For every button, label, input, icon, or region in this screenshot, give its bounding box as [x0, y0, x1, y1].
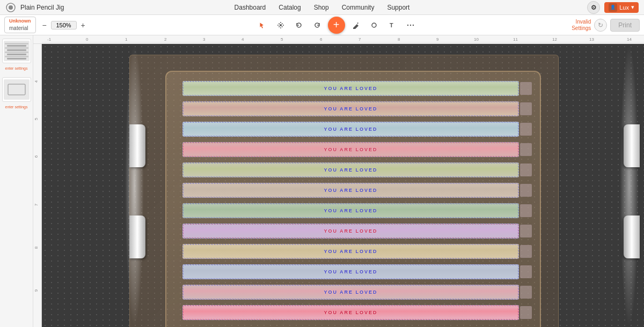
toolbar: Unknown material − 150% + + T: [0, 15, 644, 35]
svg-point-7: [412, 24, 413, 25]
pencil-body-8: YOU ARE LOVED: [182, 224, 519, 239]
zoom-out-button[interactable]: −: [39, 20, 50, 31]
pencil-eraser-11: [520, 286, 532, 299]
pencil-row-12: YOU ARE LOVED: [182, 303, 532, 322]
user-badge[interactable]: 👤 Lux ▾: [604, 2, 639, 13]
pencil-row-5: YOU ARE LOVED: [182, 161, 532, 179]
print-button[interactable]: Print: [610, 19, 640, 32]
svg-point-2: [280, 24, 282, 26]
left-panel: enter settings enter settings: [0, 35, 33, 327]
pencil-eraser-9: [520, 245, 532, 258]
user-avatar: 👤: [609, 3, 617, 12]
invalid-settings-label: Invalid Settings: [572, 19, 591, 32]
invalid-line2: Settings: [572, 25, 591, 32]
magic-tool-button[interactable]: [348, 18, 363, 33]
pencil-eraser-10: [520, 265, 532, 278]
svg-text:9: 9: [34, 289, 39, 292]
svg-text:6: 6: [320, 37, 323, 42]
svg-text:8: 8: [34, 246, 39, 249]
ruler-left: 4 5 6 7 8 9: [33, 44, 42, 327]
topbar-right: ⚙ 👤 Lux ▾: [587, 1, 639, 14]
pencil-row-7: YOU ARE LOVED: [182, 202, 532, 220]
pencil-row-3: YOU ARE LOVED: [182, 120, 532, 138]
settings-icon-button[interactable]: ⚙: [587, 1, 600, 14]
svg-text:6: 6: [34, 155, 39, 158]
pencil-row-6: YOU ARE LOVED: [182, 181, 532, 199]
left-bracket-2: [129, 215, 145, 258]
pencil-eraser-8: [520, 225, 532, 237]
add-element-button[interactable]: +: [328, 17, 345, 34]
zoom-in-button[interactable]: +: [78, 20, 89, 31]
svg-text:7: 7: [358, 37, 361, 42]
pencil-label-9: YOU ARE LOVED: [324, 249, 377, 254]
pencil-body-12: YOU ARE LOVED: [182, 305, 519, 320]
pencil-eraser-7: [520, 204, 532, 217]
text-tool-button[interactable]: T: [385, 18, 400, 33]
svg-text:9: 9: [436, 37, 439, 42]
pencil-body-3: YOU ARE LOVED: [182, 122, 519, 137]
pencil-body-10: YOU ARE LOVED: [182, 264, 519, 279]
svg-point-6: [409, 24, 411, 25]
left-bracket: [129, 124, 145, 167]
pencil-label-12: YOU ARE LOVED: [324, 310, 377, 315]
panel-enter-settings-1[interactable]: enter settings: [5, 66, 27, 71]
pencil-label-7: YOU ARE LOVED: [324, 208, 377, 213]
pencil-body-7: YOU ARE LOVED: [182, 203, 519, 218]
pencil-row-9: YOU ARE LOVED: [182, 242, 532, 261]
canvas[interactable]: YOU ARE LOVED YOU ARE LOVED: [42, 44, 644, 327]
pencil-jig-container: YOU ARE LOVED YOU ARE LOVED: [165, 71, 541, 327]
pencil-body-2: YOU ARE LOVED: [182, 101, 519, 116]
panel-thumb-2: [4, 79, 30, 100]
pencil-label-11: YOU ARE LOVED: [324, 289, 377, 295]
refresh-button[interactable]: ↻: [594, 19, 607, 32]
pencil-eraser-4: [520, 143, 532, 156]
svg-text:7: 7: [34, 203, 39, 206]
pencil-row-8: YOU ARE LOVED: [182, 222, 532, 240]
pencil-body-9: YOU ARE LOVED: [182, 244, 519, 259]
user-dropdown-icon: ▾: [631, 4, 634, 11]
pencil-eraser-5: [520, 164, 532, 176]
svg-text:11: 11: [513, 37, 518, 42]
nav-dashboard[interactable]: Dashboard: [235, 4, 266, 11]
svg-text:3: 3: [203, 37, 206, 42]
pencil-eraser-6: [520, 184, 532, 197]
panel-item-2[interactable]: [2, 77, 31, 102]
toolbar-left: Unknown material − 150% +: [4, 17, 101, 33]
pencil-label-1: YOU ARE LOVED: [324, 86, 377, 91]
pencil-label-3: YOU ARE LOVED: [324, 127, 377, 132]
nav-links: Dashboard Catalog Shop Community Support: [235, 4, 410, 11]
pencil-eraser-2: [520, 102, 532, 115]
pencil-body-11: YOU ARE LOVED: [182, 285, 519, 300]
pencil-body-5: YOU ARE LOVED: [182, 162, 519, 177]
pencil-eraser-3: [520, 123, 532, 136]
svg-text:2: 2: [164, 37, 167, 42]
print-label: Print: [618, 21, 632, 29]
svg-text:4: 4: [34, 80, 39, 83]
pencil-row-1: YOU ARE LOVED: [182, 79, 532, 98]
pencil-label-4: YOU ARE LOVED: [324, 147, 377, 152]
svg-text:12: 12: [552, 37, 557, 42]
svg-text:13: 13: [589, 37, 594, 42]
nav-community[interactable]: Community: [342, 4, 375, 11]
pencil-body-4: YOU ARE LOVED: [182, 142, 519, 157]
toolbar-center: + T: [103, 17, 569, 34]
svg-point-3: [372, 23, 376, 27]
pencil-row-4: YOU ARE LOVED: [182, 140, 532, 159]
more-tools-button[interactable]: [403, 18, 418, 33]
nav-support[interactable]: Support: [387, 4, 409, 11]
nav-catalog[interactable]: Catalog: [279, 4, 301, 11]
shape-tool-button[interactable]: [367, 18, 382, 33]
redo-button[interactable]: [310, 18, 325, 33]
material-button[interactable]: Unknown material: [4, 17, 36, 33]
pencil-body-1: YOU ARE LOVED: [182, 81, 519, 96]
panel-enter-settings-2[interactable]: enter settings: [5, 105, 27, 109]
pan-tool-button[interactable]: [273, 18, 288, 33]
panel-item-1[interactable]: [2, 39, 31, 63]
select-tool-button[interactable]: [255, 18, 270, 33]
svg-point-5: [407, 24, 408, 25]
svg-text:1: 1: [125, 37, 128, 42]
nav-shop[interactable]: Shop: [314, 4, 329, 11]
svg-point-1: [9, 5, 13, 10]
undo-button[interactable]: [291, 18, 306, 33]
topbar: Plain Pencil Jig Dashboard Catalog Shop …: [0, 0, 644, 15]
